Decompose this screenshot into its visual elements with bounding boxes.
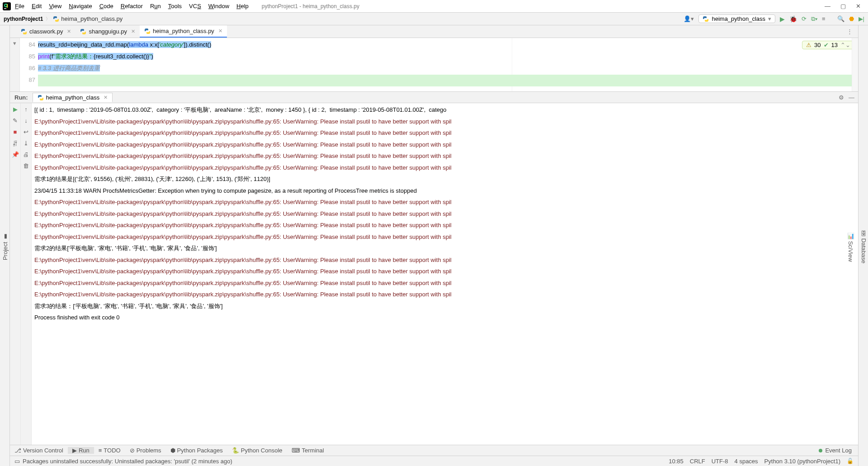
console-line: E:\pythonProject1\venv\Lib\site-packages… — [34, 150, 858, 162]
terminal-tab[interactable]: ⌨ Terminal — [287, 447, 329, 454]
modify-run-icon[interactable]: ✎ — [13, 117, 18, 124]
console-line: E:\pythonProject1\venv\Lib\site-packages… — [34, 289, 858, 300]
python-file-icon — [38, 95, 44, 101]
run-tab[interactable]: ▶ Run — [68, 447, 94, 454]
project-toolwindow-tab[interactable]: Project ▮ — [1, 232, 9, 262]
editor-scrollbar[interactable] — [852, 38, 858, 91]
editor-fold-margin[interactable]: ▾ — [10, 38, 20, 91]
indent-setting[interactable]: 4 spaces — [735, 458, 758, 465]
navigation-bar: pythonProject1 〉 heima_python_class.py 👤… — [0, 13, 868, 25]
run-panel-header: Run: heima_python_class ✕ ⚙ — — [10, 91, 858, 103]
menu-file[interactable]: FFileile — [12, 2, 28, 10]
console-output[interactable]: [{ id : 1, timestamp : '2019-05-08T01.03… — [32, 103, 858, 445]
python-packages-tab[interactable]: ⬢ Python Packages — [166, 447, 227, 454]
tab-classwork[interactable]: classwork.py✕ — [16, 25, 75, 38]
console-line: 需求2的结果['平板电脑', '家电', '书籍', '手机', '电脑', '… — [34, 243, 858, 254]
debug-button[interactable]: 🐞 — [789, 15, 797, 23]
run-config-tab[interactable]: heima_python_class ✕ — [33, 93, 113, 102]
tab-heima[interactable]: heima_python_class.py✕ — [140, 25, 227, 38]
database-toolwindow-tab[interactable]: 🗄 Database — [859, 229, 868, 265]
pin-icon[interactable]: 📌 — [12, 151, 19, 158]
event-log-tab[interactable]: Event Log — [819, 447, 858, 454]
menu-view[interactable]: View — [46, 2, 65, 10]
python-console-tab[interactable]: 🐍 Python Console — [227, 447, 287, 454]
python-file-icon — [21, 29, 27, 35]
breadcrumb-file[interactable]: heima_python_class.py — [53, 15, 123, 22]
coverage-button[interactable]: ⟳ — [802, 15, 807, 22]
run-toolbar-left: ▶ ✎ ■ ⭿ 📌 — [10, 103, 21, 445]
search-button[interactable]: 🔍 — [837, 15, 844, 22]
console-line: E:\pythonProject1\venv\Lib\site-packages… — [34, 208, 858, 220]
user-icon[interactable]: 👤▾ — [684, 15, 694, 22]
run-panel-label: Run: — [10, 94, 33, 101]
console-line: Process finished with exit code 0 — [34, 312, 858, 323]
window-minimize-button[interactable]: — — [825, 3, 830, 10]
scroll-to-end-icon[interactable]: ⤓ — [24, 140, 28, 147]
close-icon[interactable]: ✕ — [131, 29, 135, 34]
chevron-updown-icon[interactable]: ⌃⌄ — [840, 42, 850, 48]
console-line: 需求3的结果：['平板电脑', '家电', '书籍', '手机', '电脑', … — [34, 300, 858, 312]
close-icon[interactable]: ✕ — [218, 28, 222, 34]
line-separator[interactable]: CRLF — [690, 458, 705, 465]
more-run-icon[interactable]: ≡ — [822, 15, 826, 22]
run-button[interactable]: ▶ — [780, 15, 785, 23]
soft-wrap-icon[interactable]: ↩ — [24, 128, 28, 135]
todo-tab[interactable]: ≡ TODO — [94, 447, 125, 454]
inspection-widget[interactable]: ⚠30 ✔13 ⌃⌄ — [802, 41, 854, 49]
up-icon[interactable]: ↑ — [24, 106, 28, 113]
status-message: Packages uninstalled successfully: Unins… — [23, 458, 232, 465]
close-icon[interactable]: ✕ — [67, 29, 71, 34]
left-toolwindow-bar: Project ▮ 🏛 Structure 🔖 Bookmarks — [0, 25, 10, 466]
profile-button[interactable]: ⧉▾ — [811, 15, 817, 23]
problems-tab[interactable]: ⊘ Problems — [125, 447, 166, 454]
caret-position[interactable]: 10:85 — [669, 458, 684, 465]
menu-edit[interactable]: Edit — [28, 2, 45, 10]
console-line: 23/04/15 11:33:18 WARN ProcfsMetricsGett… — [34, 185, 858, 197]
console-line: E:\pythonProject1\venv\Lib\site-packages… — [34, 219, 858, 231]
python-file-icon — [80, 29, 86, 35]
tabs-more-icon[interactable]: ⋮ — [841, 25, 858, 38]
clear-icon[interactable]: 🗑 — [23, 162, 29, 169]
menu-tools[interactable]: Tools — [165, 2, 185, 10]
stop-button[interactable]: ■ — [14, 128, 17, 135]
minimize-panel-icon[interactable]: — — [849, 94, 854, 101]
rerun-button[interactable]: ▶ — [13, 106, 18, 113]
ide-updates-icon[interactable]: ⬣ — [849, 15, 854, 22]
file-encoding[interactable]: UTF-8 — [712, 458, 728, 465]
code-editor[interactable]: ▾ 84 85 86 87 results_rdd=beijing_data_r… — [10, 38, 858, 91]
menubar: FFileile Edit View Navigate Code Refacto… — [0, 0, 868, 13]
python-file-icon — [53, 16, 59, 22]
window-close-button[interactable]: ✕ — [856, 3, 861, 10]
console-line: E:\pythonProject1\venv\Lib\site-packages… — [34, 162, 858, 174]
settings-icon[interactable]: ⚙ — [839, 94, 844, 101]
menu-code[interactable]: Code — [96, 2, 117, 10]
console-line: E:\pythonProject1\venv\Lib\site-packages… — [34, 139, 858, 151]
menu-run[interactable]: Run — [147, 2, 164, 10]
console-line: E:\pythonProject1\venv\Lib\site-packages… — [34, 231, 858, 243]
python-interpreter[interactable]: Python 3.10 (pythonProject1) — [764, 458, 840, 465]
print-icon[interactable]: 🖨 — [23, 151, 29, 158]
console-line: E:\pythonProject1\venv\Lib\site-packages… — [34, 266, 858, 277]
menu-refactor[interactable]: Refactor — [118, 2, 146, 10]
menu-window[interactable]: Window — [205, 2, 232, 10]
editor-content[interactable]: results_rdd=beijing_data_rdd.map(lambda … — [38, 38, 852, 91]
readonly-lock-icon[interactable]: 🔓 — [847, 458, 854, 464]
console-line: E:\pythonProject1\venv\Lib\site-packages… — [34, 254, 858, 266]
exit-icon[interactable]: ⭿ — [12, 140, 18, 147]
down-icon[interactable]: ↓ — [24, 117, 28, 124]
menu-navigate[interactable]: Navigate — [66, 2, 95, 10]
window-maximize-button[interactable]: ▢ — [840, 3, 846, 10]
sciview-toolwindow-tab[interactable]: 📊 SciView — [846, 230, 855, 264]
version-control-tab[interactable]: ⎇ Version Control — [10, 447, 68, 454]
run-config-selector[interactable]: heima_python_class ▾ — [698, 14, 775, 23]
warning-icon: ⚠ — [806, 42, 811, 48]
center-area: classwork.py✕ shangguigu.py✕ heima_pytho… — [10, 25, 858, 466]
run-anything-icon[interactable]: ▶| — [859, 15, 864, 22]
tab-shangguigu[interactable]: shangguigu.py✕ — [75, 25, 140, 38]
menu-help[interactable]: Help — [233, 2, 252, 10]
close-icon[interactable]: ✕ — [104, 95, 108, 100]
menu-vcs[interactable]: VCS — [186, 2, 204, 10]
breadcrumb-project[interactable]: pythonProject1 — [4, 16, 43, 22]
notification-dot-icon — [819, 449, 822, 452]
main-body: Project ▮ 🏛 Structure 🔖 Bookmarks classw… — [0, 25, 868, 466]
